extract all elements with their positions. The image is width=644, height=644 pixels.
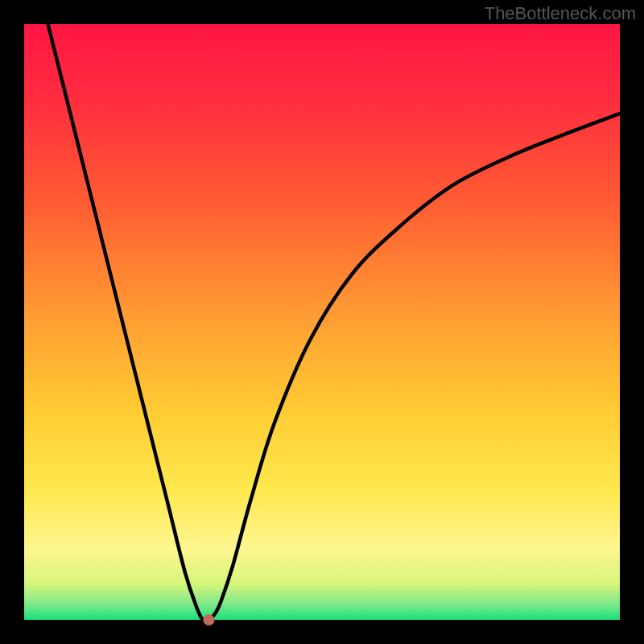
minimum-marker [203, 614, 214, 625]
attribution-text: TheBottleneck.com [485, 3, 636, 24]
chart-curve [24, 24, 620, 620]
chart-area [24, 24, 620, 620]
